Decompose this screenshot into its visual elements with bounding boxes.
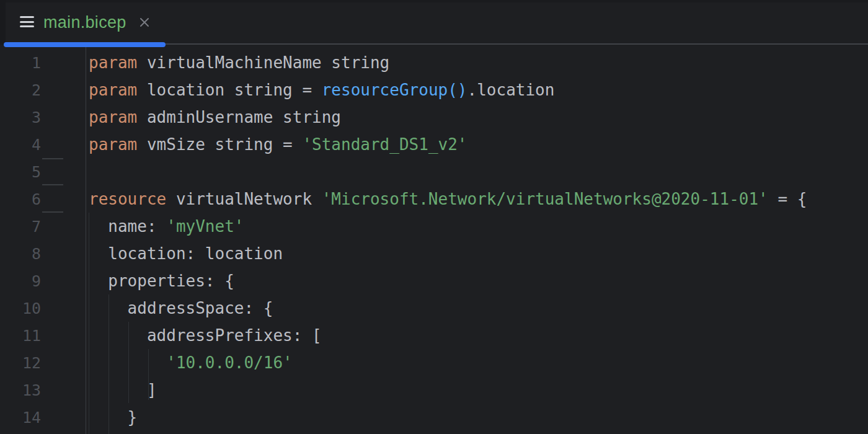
tab-main-bicep[interactable]: main.bicep (37, 0, 161, 45)
code-text: param adminUsername string (41, 108, 341, 126)
code-text: properties: { (41, 272, 234, 290)
code-line[interactable]: 14 } (0, 404, 868, 431)
line-number[interactable]: 1 (0, 54, 41, 72)
code-line[interactable]: 11 addressPrefixes: [ (0, 322, 868, 349)
line-number[interactable]: 13 (0, 381, 41, 399)
code-line[interactable]: 13 ] (0, 376, 868, 404)
window-left-edge (0, 0, 6, 45)
line-number[interactable]: 8 (0, 245, 41, 263)
code-text: param vmSize string = 'Standard_DS1_v2' (41, 135, 467, 154)
code-lines: 1param virtualMachineName string2param l… (0, 49, 868, 431)
line-number[interactable]: 4 (0, 136, 41, 154)
active-tab-underline (4, 42, 166, 47)
code-line[interactable]: 3param adminUsername string (0, 104, 868, 131)
code-line[interactable]: 2param location string = resourceGroup()… (0, 76, 868, 104)
code-line[interactable]: 1param virtualMachineName string (0, 49, 868, 76)
line-number[interactable]: 7 (0, 218, 41, 236)
line-number[interactable]: 6 (0, 190, 41, 208)
code-text: addressPrefixes: [ (41, 326, 322, 345)
code-line[interactable]: 10 addressSpace: { (0, 294, 868, 322)
code-text: addressSpace: { (41, 299, 273, 317)
code-text: '10.0.0.0/16' (41, 353, 293, 372)
code-text: ] (41, 381, 157, 399)
close-icon[interactable] (139, 17, 150, 28)
tab-filename: main.bicep (43, 13, 126, 32)
line-number[interactable]: 12 (0, 354, 41, 372)
code-text: name: 'myVnet' (41, 217, 244, 236)
code-line[interactable]: 8 location: location (0, 240, 868, 267)
line-number[interactable]: 10 (0, 299, 41, 317)
code-line[interactable]: 7 name: 'myVnet' (0, 213, 868, 240)
code-line[interactable]: 6resource virtualNetwork 'Microsoft.Netw… (0, 185, 868, 213)
code-text: resource virtualNetwork 'Microsoft.Netwo… (41, 190, 807, 208)
tab-bar: main.bicep (0, 0, 868, 45)
code-text: param virtualMachineName string (41, 53, 389, 72)
code-text: location: location (41, 244, 283, 263)
code-line[interactable]: 9 properties: { (0, 267, 868, 294)
line-number[interactable]: 9 (0, 272, 41, 290)
code-line[interactable]: 12 '10.0.0.0/16' (0, 349, 868, 376)
line-number[interactable]: 14 (0, 409, 41, 427)
code-line[interactable]: 4param vmSize string = 'Standard_DS1_v2' (0, 131, 868, 158)
code-editor[interactable]: 1param virtualMachineName string2param l… (0, 46, 868, 434)
line-number[interactable]: 3 (0, 108, 41, 126)
line-number[interactable]: 2 (0, 81, 41, 99)
line-number[interactable]: 5 (0, 163, 41, 181)
code-text: } (41, 408, 137, 427)
ide-window: { "window": { "width": 1400, "height": 7… (0, 0, 868, 434)
code-text: param location string = resourceGroup().… (41, 81, 554, 99)
line-number[interactable]: 11 (0, 327, 41, 345)
code-line[interactable]: 5 (0, 158, 868, 185)
main-menu-icon[interactable] (20, 16, 35, 28)
